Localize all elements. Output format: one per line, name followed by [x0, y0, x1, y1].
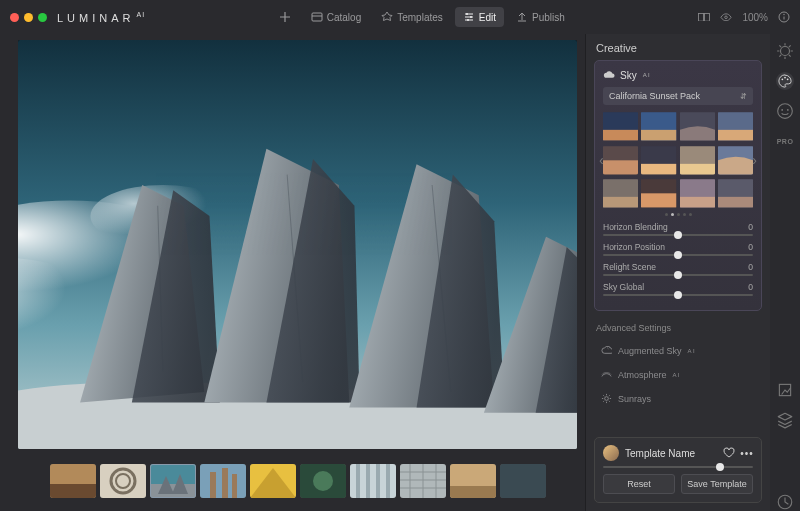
maximize-window-button[interactable] — [38, 13, 47, 22]
portrait-tab-icon[interactable] — [776, 102, 794, 120]
sky-thumbnail[interactable] — [641, 111, 676, 142]
sky-thumbnail[interactable] — [718, 111, 753, 142]
slider-track[interactable] — [603, 274, 753, 276]
close-window-button[interactable] — [10, 13, 19, 22]
sky-thumbnail-grid — [603, 111, 753, 209]
svg-rect-22 — [222, 468, 228, 498]
template-amount-slider[interactable] — [603, 466, 753, 468]
filmstrip-thumb[interactable] — [250, 464, 296, 498]
sky-thumbnail[interactable] — [641, 178, 676, 209]
publish-icon — [516, 11, 528, 23]
nav-catalog[interactable]: Catalog — [303, 7, 369, 27]
slider-value: 0 — [748, 242, 753, 252]
tool-icon — [600, 345, 612, 357]
slider-track[interactable] — [603, 234, 753, 236]
filmstrip-thumb[interactable] — [350, 464, 396, 498]
sky-thumbnail[interactable] — [680, 145, 715, 176]
filmstrip-thumb[interactable] — [200, 464, 246, 498]
zoom-level[interactable]: 100% — [742, 12, 768, 23]
svg-rect-30 — [376, 464, 380, 498]
favorite-icon[interactable] — [723, 447, 735, 459]
svg-point-6 — [725, 16, 728, 19]
sky-thumbnail[interactable] — [603, 111, 638, 142]
slider-label: Relight Scene — [603, 262, 656, 272]
filmstrip — [18, 457, 577, 505]
main-area: Creative Sky A I California Sunset Pack … — [0, 34, 800, 511]
svg-rect-21 — [210, 472, 216, 498]
filmstrip-thumb[interactable] — [300, 464, 346, 498]
more-icon[interactable]: ••• — [741, 447, 753, 459]
image-canvas[interactable] — [18, 40, 577, 449]
svg-rect-5 — [705, 13, 710, 21]
sky-thumbnail[interactable] — [641, 145, 676, 176]
tool-icon — [600, 369, 612, 381]
svg-rect-23 — [232, 474, 237, 498]
collapsed-tool[interactable]: Augmented SkyA I — [586, 339, 770, 363]
edit-icon — [463, 11, 475, 23]
filmstrip-thumb[interactable] — [50, 464, 96, 498]
svg-rect-18 — [150, 464, 196, 484]
catalog-icon — [311, 11, 323, 23]
crop-tool-icon[interactable] — [776, 381, 794, 399]
sky-thumbnail[interactable] — [680, 111, 715, 142]
pro-tab-label[interactable]: PRO — [776, 132, 794, 150]
slider-label: Sky Global — [603, 282, 644, 292]
minimize-window-button[interactable] — [24, 13, 33, 22]
nav-publish[interactable]: Publish — [508, 7, 573, 27]
tool-icon — [600, 393, 612, 405]
svg-rect-48 — [680, 163, 715, 174]
filmstrip-thumb[interactable] — [400, 464, 446, 498]
svg-rect-39 — [641, 130, 676, 141]
main-nav: Catalog Templates Edit Publish — [271, 7, 573, 27]
sky-thumbnail[interactable] — [603, 145, 638, 176]
slider-track[interactable] — [603, 294, 753, 296]
sky-thumbnail[interactable] — [603, 178, 638, 209]
preview-eye-icon[interactable] — [720, 11, 732, 23]
sky-page-dots — [603, 213, 753, 216]
svg-rect-19 — [150, 484, 196, 498]
history-icon[interactable] — [776, 493, 794, 511]
filmstrip-thumb[interactable] — [100, 464, 146, 498]
sky-prev-button[interactable]: ‹ — [595, 148, 608, 172]
top-right-controls: 100% — [698, 11, 790, 23]
layers-icon[interactable] — [776, 411, 794, 429]
sky-thumbnail[interactable] — [718, 178, 753, 209]
collapsed-tool[interactable]: Sunrays — [586, 387, 770, 411]
info-icon[interactable] — [778, 11, 790, 23]
svg-rect-55 — [680, 197, 715, 208]
nav-templates[interactable]: Templates — [373, 7, 451, 27]
slider-track[interactable] — [603, 254, 753, 256]
svg-rect-42 — [718, 130, 753, 141]
svg-point-60 — [782, 78, 784, 80]
save-template-button[interactable]: Save Template — [681, 474, 753, 494]
sky-next-button[interactable]: › — [748, 148, 761, 172]
essentials-tab-icon[interactable] — [776, 42, 794, 60]
filmstrip-thumb[interactable] — [150, 464, 196, 498]
svg-rect-0 — [312, 13, 322, 21]
svg-rect-37 — [603, 130, 638, 141]
nav-edit[interactable]: Edit — [455, 7, 504, 27]
sky-thumbnail[interactable] — [680, 178, 715, 209]
plus-icon — [279, 11, 291, 23]
svg-point-61 — [784, 77, 786, 79]
svg-rect-29 — [366, 464, 370, 498]
svg-rect-4 — [699, 13, 704, 21]
nav-add[interactable] — [271, 7, 299, 27]
advanced-settings-toggle[interactable]: Advanced Settings — [586, 317, 770, 339]
top-bar: LUMINARAI Catalog Templates Edit — [0, 0, 800, 34]
collapsed-tool[interactable]: AtmosphereA I — [586, 363, 770, 387]
filmstrip-thumb[interactable] — [500, 464, 546, 498]
svg-rect-28 — [356, 464, 360, 498]
svg-point-64 — [781, 109, 783, 111]
svg-point-26 — [313, 471, 333, 491]
svg-point-2 — [470, 16, 472, 18]
creative-tab-icon[interactable] — [776, 72, 794, 90]
sky-preset-select[interactable]: California Sunset Pack ⇵ — [603, 87, 753, 105]
compare-icon[interactable] — [698, 11, 710, 23]
sky-tool-header[interactable]: Sky A I — [603, 69, 753, 81]
reset-button[interactable]: Reset — [603, 474, 675, 494]
svg-rect-57 — [718, 197, 753, 208]
template-bar: Template Name ••• Reset Save Template — [594, 437, 762, 503]
filmstrip-thumb[interactable] — [450, 464, 496, 498]
svg-rect-31 — [386, 464, 390, 498]
